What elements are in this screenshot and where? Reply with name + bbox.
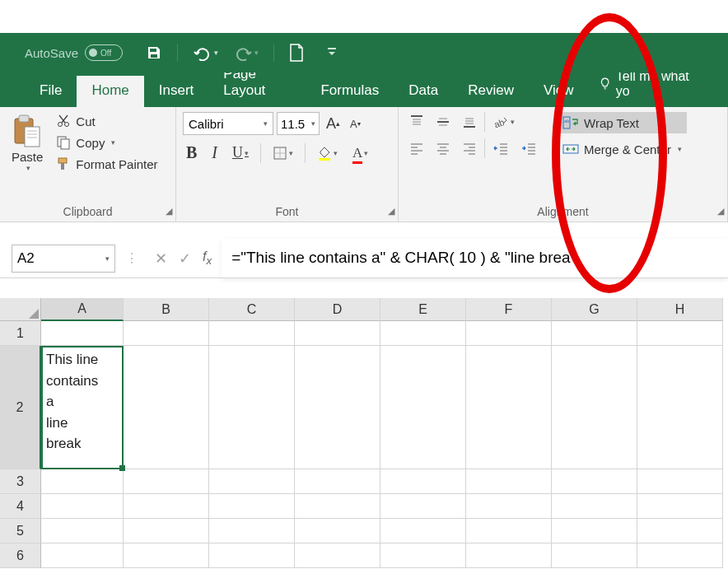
dialog-launcher-icon[interactable]: ◢	[166, 206, 172, 217]
tab-view[interactable]: View	[529, 76, 589, 107]
cell[interactable]	[41, 494, 124, 519]
font-name-select[interactable]: Calibri ▾	[183, 112, 273, 135]
column-header[interactable]: A	[41, 298, 124, 321]
cell[interactable]	[552, 494, 637, 519]
tab-file[interactable]: File	[25, 76, 77, 107]
increase-indent-button[interactable]	[516, 138, 541, 158]
cell[interactable]	[466, 469, 552, 494]
column-header[interactable]: F	[466, 298, 552, 321]
italic-button[interactable]: I	[208, 142, 221, 164]
cell[interactable]	[124, 519, 209, 543]
cell[interactable]	[637, 543, 723, 568]
font-size-select[interactable]: 11.5 ▾	[277, 112, 320, 135]
tab-insert[interactable]: Insert	[144, 76, 209, 107]
row-header[interactable]: 4	[0, 494, 41, 519]
column-header[interactable]: C	[209, 298, 295, 321]
enter-icon[interactable]: ✓	[179, 250, 191, 268]
dialog-launcher-icon[interactable]: ◢	[717, 206, 724, 217]
cell[interactable]	[466, 519, 552, 543]
align-center-button[interactable]	[432, 138, 455, 158]
cell[interactable]	[209, 494, 295, 519]
cell[interactable]	[41, 321, 124, 346]
cell[interactable]	[41, 543, 124, 568]
new-file-icon[interactable]	[289, 44, 304, 62]
cell[interactable]	[209, 469, 295, 494]
cell[interactable]	[41, 469, 124, 494]
cell[interactable]	[209, 519, 295, 543]
align-top-button[interactable]	[405, 112, 428, 132]
dialog-launcher-icon[interactable]: ◢	[388, 206, 394, 217]
row-header[interactable]: 3	[0, 469, 41, 494]
paste-button[interactable]: Paste ▾	[7, 112, 48, 174]
align-middle-button[interactable]	[432, 112, 455, 132]
cell[interactable]	[295, 346, 380, 469]
increase-font-button[interactable]: A▴	[323, 114, 343, 134]
merge-center-button[interactable]: Merge & Center ▾	[558, 138, 687, 160]
tab-review[interactable]: Review	[453, 76, 529, 107]
cell[interactable]	[466, 346, 552, 469]
decrease-indent-button[interactable]	[488, 138, 513, 158]
cell[interactable]	[124, 321, 209, 346]
select-all-corner[interactable]	[0, 298, 41, 321]
cell[interactable]	[552, 519, 637, 543]
row-header[interactable]: 5	[0, 519, 41, 543]
wrap-text-button[interactable]: ab Wrap Text	[558, 112, 687, 133]
cell[interactable]	[295, 321, 380, 346]
align-right-button[interactable]	[458, 138, 481, 158]
column-header[interactable]: B	[124, 298, 209, 321]
cell[interactable]	[552, 543, 637, 568]
align-left-button[interactable]	[405, 138, 428, 158]
cell[interactable]	[552, 346, 637, 469]
tab-formulas[interactable]: Formulas	[306, 76, 394, 107]
cell[interactable]	[41, 519, 124, 543]
row-header[interactable]: 6	[0, 543, 41, 568]
cell[interactable]	[209, 346, 295, 469]
row-header[interactable]: 1	[0, 321, 41, 346]
fill-color-button[interactable]: ▾	[314, 143, 341, 163]
name-box[interactable]: A2 ▾	[12, 245, 115, 273]
column-header[interactable]: G	[552, 298, 637, 321]
cell[interactable]	[295, 494, 380, 519]
qat-customize-icon[interactable]	[327, 47, 337, 58]
cell[interactable]	[380, 519, 466, 543]
fill-handle[interactable]	[119, 465, 125, 471]
cell[interactable]	[124, 346, 209, 469]
cell[interactable]	[295, 519, 380, 543]
autosave-control[interactable]: AutoSave Off	[25, 44, 123, 61]
cell[interactable]	[466, 321, 552, 346]
cell[interactable]	[209, 543, 295, 568]
cell[interactable]	[380, 346, 466, 469]
tab-data[interactable]: Data	[394, 76, 453, 107]
autosave-toggle[interactable]: Off	[85, 44, 123, 61]
column-header[interactable]: H	[637, 298, 723, 321]
cancel-icon[interactable]: ✕	[155, 250, 167, 268]
borders-button[interactable]: ▾	[269, 144, 296, 162]
underline-button[interactable]: U▾	[229, 142, 252, 163]
cell[interactable]	[552, 469, 637, 494]
fx-icon[interactable]: fx	[203, 250, 212, 267]
cell[interactable]	[637, 346, 723, 469]
cell[interactable]	[380, 321, 466, 346]
cut-button[interactable]: Cut	[53, 112, 161, 130]
undo-icon[interactable]: ▾	[193, 44, 218, 61]
font-color-button[interactable]: A ▾	[349, 142, 371, 163]
orientation-button[interactable]: ab▾	[488, 112, 519, 132]
cell[interactable]	[380, 543, 466, 568]
copy-button[interactable]: Copy ▾	[53, 133, 161, 152]
column-header[interactable]: D	[295, 298, 380, 321]
cell[interactable]	[637, 321, 723, 346]
cell[interactable]	[209, 321, 295, 346]
column-header[interactable]: E	[380, 298, 466, 321]
decrease-font-button[interactable]: A▾	[347, 116, 364, 132]
cell[interactable]	[124, 494, 209, 519]
format-painter-button[interactable]: Format Painter	[53, 155, 161, 173]
cell[interactable]	[295, 469, 380, 494]
cell[interactable]	[466, 543, 552, 568]
cell-selected[interactable]: This line contains a line break	[41, 346, 124, 469]
cell[interactable]	[124, 543, 209, 568]
cell[interactable]	[295, 543, 380, 568]
save-icon[interactable]	[146, 44, 162, 61]
drag-handle-icon[interactable]: ⋮	[125, 250, 138, 266]
cell[interactable]	[637, 519, 723, 543]
cell[interactable]	[466, 494, 552, 519]
